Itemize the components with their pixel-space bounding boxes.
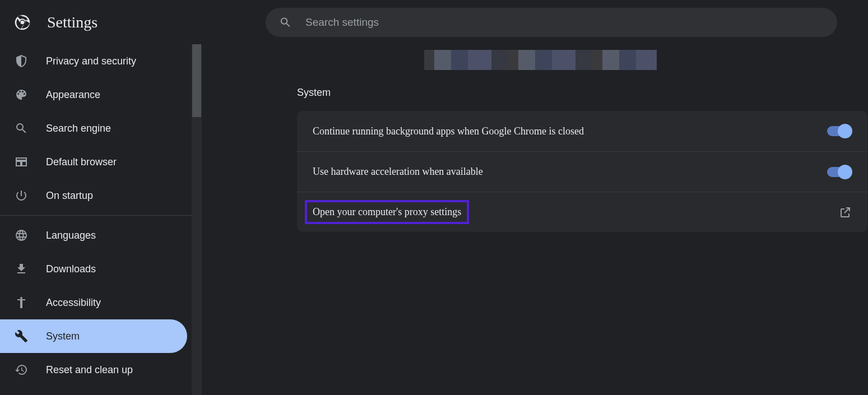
sidebar-item-default-browser[interactable]: Default browser xyxy=(0,145,192,179)
chrome-logo-icon xyxy=(13,13,31,31)
settings-row-0[interactable]: Continue running background apps when Go… xyxy=(297,111,867,151)
sidebar-item-label: Accessibility xyxy=(46,297,101,309)
wrench-icon xyxy=(15,329,28,343)
sidebar-divider xyxy=(0,215,192,216)
sidebar-scrollbar[interactable] xyxy=(192,44,202,395)
accessibility-icon xyxy=(15,296,28,309)
redacted-banner xyxy=(424,50,657,70)
sidebar-item-label: System xyxy=(46,331,80,342)
shield-icon xyxy=(15,54,28,68)
sidebar-item-downloads[interactable]: Downloads xyxy=(0,252,192,286)
palette-icon xyxy=(15,88,28,101)
scrollbar-thumb[interactable] xyxy=(192,44,201,117)
sidebar-item-label: On startup xyxy=(46,190,93,202)
sidebar-item-appearance[interactable]: Appearance xyxy=(0,78,192,111)
history-icon xyxy=(15,363,28,377)
main-content: System Continue running background apps … xyxy=(202,44,868,395)
sidebar-item-label: Privacy and security xyxy=(46,55,136,67)
search-settings-container[interactable] xyxy=(266,8,837,37)
sidebar-item-system[interactable]: System xyxy=(0,319,187,353)
sidebar-item-languages[interactable]: Languages xyxy=(0,219,192,252)
sidebar-item-search-engine[interactable]: Search engine xyxy=(0,111,192,145)
settings-row-label: Open your computer's proxy settings xyxy=(305,200,469,224)
globe-icon xyxy=(15,229,28,242)
power-icon xyxy=(15,189,28,202)
download-icon xyxy=(15,262,28,276)
sidebar-item-label: Downloads xyxy=(46,263,96,275)
settings-row-label: Continue running background apps when Go… xyxy=(313,126,584,137)
sidebar-item-label: Reset and clean up xyxy=(46,364,133,376)
svg-point-1 xyxy=(21,20,25,24)
settings-row-2[interactable]: Open your computer's proxy settings xyxy=(297,192,867,232)
sidebar-item-on-startup[interactable]: On startup xyxy=(0,179,192,212)
sidebar-item-label: Languages xyxy=(46,230,96,241)
svg-point-2 xyxy=(20,297,22,299)
sidebar-item-reset-and-clean-up[interactable]: Reset and clean up xyxy=(0,353,192,387)
section-title: System xyxy=(297,87,867,99)
sidebar-item-accessibility[interactable]: Accessibility xyxy=(0,286,192,319)
sidebar-item-label: Appearance xyxy=(46,89,100,101)
browser-icon xyxy=(15,155,28,169)
sidebar-item-label: Default browser xyxy=(46,156,117,168)
search-icon xyxy=(15,122,28,135)
sidebar-item-label: Search engine xyxy=(46,123,111,134)
search-input[interactable] xyxy=(305,16,824,29)
settings-sidebar: Privacy and securityAppearanceSearch eng… xyxy=(0,44,192,395)
settings-header: Settings xyxy=(0,0,868,44)
page-title: Settings xyxy=(47,13,98,31)
toggle-switch[interactable] xyxy=(827,126,852,136)
open-external-icon xyxy=(838,206,852,219)
settings-row-1[interactable]: Use hardware acceleration when available xyxy=(297,151,867,192)
system-settings-card: Continue running background apps when Go… xyxy=(297,111,867,232)
settings-row-label: Use hardware acceleration when available xyxy=(313,166,483,178)
toggle-switch[interactable] xyxy=(827,167,852,177)
sidebar-item-privacy-and-security[interactable]: Privacy and security xyxy=(0,44,192,78)
search-icon xyxy=(279,16,292,29)
